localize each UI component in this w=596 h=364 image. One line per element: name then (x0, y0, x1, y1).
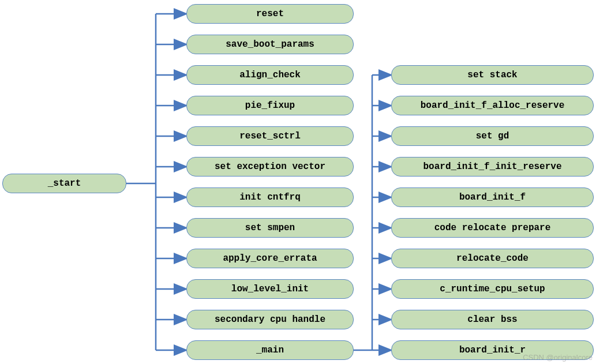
node-label: set smpen (245, 223, 295, 233)
node-label: init cntfrq (239, 192, 301, 202)
node-label: set exception vector (215, 162, 325, 172)
node-set-gd: set gd (391, 126, 594, 146)
watermark-text: CSDN @originalcore (523, 353, 593, 362)
node-reset: reset (186, 4, 354, 24)
node-label: board_init_f (459, 192, 526, 202)
node-label: board_init_f_alloc_reserve (421, 100, 565, 111)
node-clear-bss: clear bss (391, 310, 594, 329)
node-label: _start (48, 178, 81, 189)
node-low-level-init: low_level_init (186, 279, 354, 299)
node-label: set gd (476, 131, 509, 141)
node-label: apply_core_errata (223, 253, 317, 264)
node-reset-sctrl: reset_sctrl (186, 126, 354, 146)
node-label: _main (256, 345, 284, 355)
node-code-relocate-prepare: code relocate prepare (391, 218, 594, 238)
node-label: pie_fixup (245, 100, 295, 111)
node-apply-core-errata: apply_core_errata (186, 249, 354, 268)
node-label: c_runtime_cpu_setup (440, 284, 545, 294)
node-label: low_level_init (231, 284, 309, 294)
node-init-cntfrq: init cntfrq (186, 187, 354, 207)
node-secondary-cpu-handle: secondary cpu handle (186, 310, 354, 329)
node-board-init-f-init-reserve: board_init_f_init_reserve (391, 157, 594, 177)
node-label: align_check (239, 70, 301, 80)
node-label: reset (256, 9, 284, 19)
node-save-boot-params: save_boot_params (186, 35, 354, 54)
node-label: board_init_f_init_reserve (423, 162, 561, 172)
node-label: secondary cpu handle (215, 314, 325, 325)
node-label: board_init_r (459, 345, 526, 355)
node-set-exception-vector: set exception vector (186, 157, 354, 177)
node-main: _main (186, 340, 354, 360)
node-label: set stack (467, 70, 517, 80)
node-pie-fixup: pie_fixup (186, 96, 354, 115)
node-label: save_boot_params (226, 39, 314, 50)
node-label: reset_sctrl (239, 131, 301, 141)
node-board-init-f-alloc-reserve: board_init_f_alloc_reserve (391, 96, 594, 115)
node-start: _start (2, 174, 126, 193)
node-set-smpen: set smpen (186, 218, 354, 238)
node-label: clear bss (467, 314, 517, 325)
node-set-stack: set stack (391, 65, 594, 85)
node-c-runtime-cpu-setup: c_runtime_cpu_setup (391, 279, 594, 299)
node-relocate-code: relocate_code (391, 249, 594, 268)
node-label: code relocate prepare (434, 223, 551, 233)
node-align-check: align_check (186, 65, 354, 85)
node-label: relocate_code (456, 253, 528, 264)
node-board-init-f: board_init_f (391, 187, 594, 207)
